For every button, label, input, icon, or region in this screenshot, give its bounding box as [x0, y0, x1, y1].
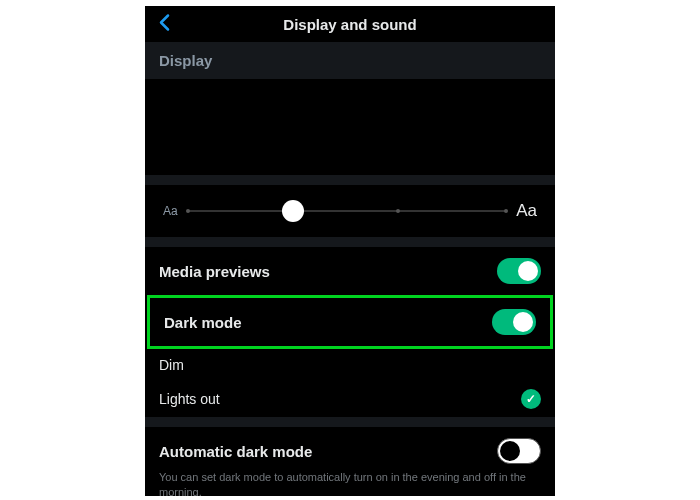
page-title: Display and sound — [283, 16, 416, 33]
font-size-slider[interactable] — [188, 210, 507, 212]
dim-label: Dim — [159, 357, 184, 373]
preview-area — [145, 79, 555, 175]
media-previews-toggle[interactable] — [497, 258, 541, 284]
row-media-previews[interactable]: Media previews — [145, 247, 555, 295]
row-lights-out[interactable]: Lights out ✓ — [145, 381, 555, 417]
slider-knob[interactable] — [282, 200, 304, 222]
settings-screen: Display and sound Display Aa Aa Media pr… — [145, 6, 555, 496]
automatic-dark-mode-label: Automatic dark mode — [159, 443, 312, 460]
lights-out-label: Lights out — [159, 391, 220, 407]
back-button[interactable] — [159, 14, 170, 35]
automatic-dark-mode-desc: You can set dark mode to automatically t… — [145, 468, 555, 496]
section-header-display: Display — [145, 42, 555, 79]
media-previews-label: Media previews — [159, 263, 270, 280]
lights-out-check-icon[interactable]: ✓ — [521, 389, 541, 409]
font-size-large-label: Aa — [516, 201, 537, 221]
divider — [145, 417, 555, 427]
font-size-small-label: Aa — [163, 204, 178, 218]
font-size-slider-row: Aa Aa — [145, 185, 555, 237]
highlight-box: Dark mode — [147, 295, 553, 349]
automatic-dark-mode-toggle[interactable] — [497, 438, 541, 464]
divider — [145, 237, 555, 247]
row-dim[interactable]: Dim — [145, 349, 555, 381]
nav-header: Display and sound — [145, 6, 555, 42]
dark-mode-toggle[interactable] — [492, 309, 536, 335]
dark-mode-label: Dark mode — [164, 314, 242, 331]
row-automatic-dark-mode[interactable]: Automatic dark mode — [145, 427, 555, 468]
divider — [145, 175, 555, 185]
row-dark-mode[interactable]: Dark mode — [150, 298, 550, 346]
